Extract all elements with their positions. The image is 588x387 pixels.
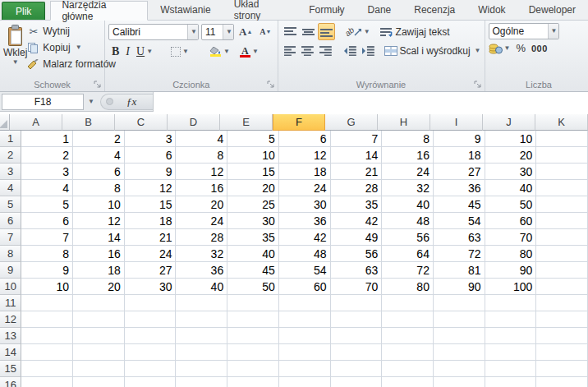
dialog-launcher-icon[interactable]: [267, 81, 275, 89]
column-header-I[interactable]: I: [430, 114, 483, 131]
cell-A13[interactable]: [21, 328, 73, 344]
cell-D5[interactable]: 20: [176, 196, 227, 213]
cell-D4[interactable]: 16: [176, 180, 227, 196]
cell-H11[interactable]: [382, 295, 434, 311]
row-header-6[interactable]: 6: [0, 213, 21, 229]
cell-C4[interactable]: 12: [125, 180, 177, 196]
font-color-button[interactable]: A ▼: [237, 43, 261, 60]
cell-C11[interactable]: [125, 295, 177, 311]
cell-I9[interactable]: 81: [434, 262, 485, 279]
row-header-5[interactable]: 5: [0, 196, 21, 213]
cell-B11[interactable]: [73, 295, 125, 311]
cell-J11[interactable]: [485, 295, 537, 311]
cell-A5[interactable]: 5: [21, 196, 73, 213]
cell-B3[interactable]: 6: [73, 164, 125, 180]
cell-A15[interactable]: [21, 361, 73, 377]
cell-K10[interactable]: [536, 279, 588, 295]
cell-A2[interactable]: 2: [21, 147, 73, 164]
ribbon-tab-6[interactable]: Recenzja: [403, 0, 466, 20]
cell-I14[interactable]: [434, 344, 485, 361]
cell-K7[interactable]: [536, 229, 588, 246]
row-header-9[interactable]: 9: [0, 262, 21, 279]
cell-E15[interactable]: [227, 361, 279, 377]
bold-button[interactable]: B: [112, 45, 119, 58]
cell-I3[interactable]: 27: [434, 164, 485, 180]
column-header-F[interactable]: F: [273, 114, 325, 131]
ribbon-tab-4[interactable]: Formuły: [298, 0, 355, 20]
cell-A6[interactable]: 6: [21, 213, 73, 229]
cell-E1[interactable]: 5: [227, 131, 279, 147]
cell-K16[interactable]: [536, 377, 588, 387]
cell-B4[interactable]: 8: [73, 180, 125, 196]
cell-F5[interactable]: 30: [279, 196, 331, 213]
cell-I8[interactable]: 72: [434, 246, 485, 262]
cell-E11[interactable]: [227, 295, 279, 311]
ribbon-tab-8[interactable]: Deweloper: [518, 0, 586, 20]
cell-B15[interactable]: [73, 361, 125, 377]
cell-G6[interactable]: 42: [331, 213, 383, 229]
cell-A8[interactable]: 8: [21, 246, 73, 262]
cell-D10[interactable]: 40: [176, 279, 227, 295]
cell-F6[interactable]: 36: [279, 213, 331, 229]
cell-F12[interactable]: [279, 311, 331, 328]
cell-J13[interactable]: [485, 328, 537, 344]
orientation-button[interactable]: ab ▼: [342, 23, 373, 40]
cell-G8[interactable]: 56: [331, 246, 383, 262]
cell-H3[interactable]: 24: [382, 164, 434, 180]
align-center-button[interactable]: [299, 42, 316, 59]
column-header-J[interactable]: J: [483, 114, 535, 131]
font-size-combo[interactable]: 11 ▼: [201, 24, 234, 40]
column-header-C[interactable]: C: [115, 114, 168, 131]
cell-J8[interactable]: 80: [485, 246, 537, 262]
cell-G13[interactable]: [331, 328, 383, 344]
cell-H2[interactable]: 16: [382, 147, 434, 164]
cell-H10[interactable]: 80: [382, 279, 434, 295]
column-header-E[interactable]: E: [220, 114, 273, 131]
cell-E5[interactable]: 25: [227, 196, 279, 213]
grow-font-button[interactable]: A▲: [237, 23, 255, 40]
cell-F2[interactable]: 12: [279, 147, 331, 164]
cell-J12[interactable]: [485, 311, 537, 328]
cell-G7[interactable]: 49: [331, 229, 383, 246]
cell-F15[interactable]: [279, 361, 331, 377]
cell-A10[interactable]: 10: [21, 279, 73, 295]
cell-K14[interactable]: [536, 344, 588, 361]
cell-E13[interactable]: [227, 328, 279, 344]
cell-J16[interactable]: [485, 377, 537, 387]
merge-center-button[interactable]: Scal i wyśrodkuj ▼: [384, 42, 481, 59]
cell-K15[interactable]: [536, 361, 588, 377]
cell-C6[interactable]: 18: [125, 213, 177, 229]
cut-button[interactable]: ✂ Wytnij: [27, 24, 116, 39]
cell-G14[interactable]: [331, 344, 383, 361]
cell-H4[interactable]: 32: [382, 180, 434, 196]
cell-A11[interactable]: [21, 295, 73, 311]
cell-H7[interactable]: 56: [382, 229, 434, 246]
align-right-button[interactable]: [317, 42, 334, 59]
cell-G16[interactable]: [331, 377, 383, 387]
cell-I6[interactable]: 54: [434, 213, 485, 229]
cell-F11[interactable]: [279, 295, 331, 311]
cell-C7[interactable]: 21: [125, 229, 177, 246]
cell-E16[interactable]: [227, 377, 279, 387]
cell-C2[interactable]: 6: [125, 147, 177, 164]
cell-A3[interactable]: 3: [21, 164, 73, 180]
cell-I5[interactable]: 45: [434, 196, 485, 213]
cell-B13[interactable]: [73, 328, 125, 344]
row-header-11[interactable]: 11: [0, 295, 21, 311]
cell-K3[interactable]: [536, 164, 588, 180]
cell-D16[interactable]: [176, 377, 227, 387]
cell-H6[interactable]: 48: [382, 213, 434, 229]
ribbon-tab-2[interactable]: Wstawianie: [149, 0, 221, 20]
cell-C5[interactable]: 15: [125, 196, 177, 213]
cell-B16[interactable]: [73, 377, 125, 387]
cell-C10[interactable]: 30: [125, 279, 177, 295]
cell-E14[interactable]: [227, 344, 279, 361]
cell-J4[interactable]: 40: [485, 180, 537, 196]
cell-A9[interactable]: 9: [21, 262, 73, 279]
cell-G15[interactable]: [331, 361, 383, 377]
cell-E6[interactable]: 30: [227, 213, 279, 229]
cell-H16[interactable]: [382, 377, 434, 387]
number-format-combo[interactable]: Ogólne ▼: [489, 23, 559, 39]
cell-D11[interactable]: [176, 295, 227, 311]
cell-E2[interactable]: 10: [227, 147, 279, 164]
